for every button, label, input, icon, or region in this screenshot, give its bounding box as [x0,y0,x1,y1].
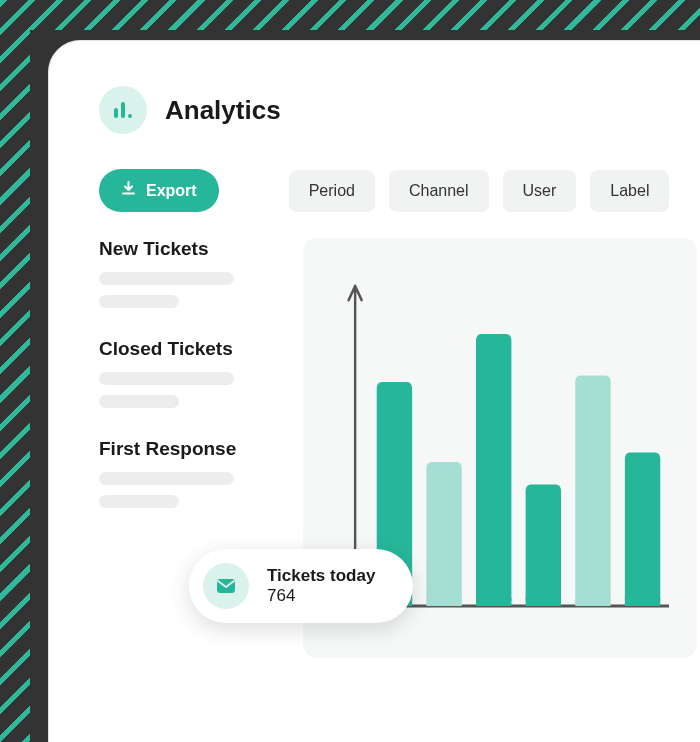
placeholder-line [99,472,234,485]
placeholder-line [99,295,179,308]
page-title: Analytics [165,95,281,126]
svg-rect-10 [526,484,561,606]
stat-first-response: First Response [99,438,279,508]
filter-row: Period Channel User Label [289,170,670,212]
stat-closed-tickets: Closed Tickets [99,338,279,408]
svg-rect-6 [426,462,461,606]
svg-rect-15 [625,598,660,606]
svg-rect-0 [114,108,118,118]
placeholder-line [99,395,179,408]
stat-title: First Response [99,438,279,460]
analytics-window: Analytics Export Period Channel User Lab… [48,40,700,742]
placeholder-line [99,372,234,385]
svg-rect-7 [426,598,461,606]
export-button[interactable]: Export [99,169,219,212]
filter-period[interactable]: Period [289,170,375,212]
download-icon [121,181,136,200]
svg-rect-1 [121,102,125,118]
stat-title: New Tickets [99,238,279,260]
mail-icon [203,563,249,609]
export-button-label: Export [146,182,197,200]
svg-rect-14 [625,452,660,606]
tooltip-value: 764 [267,586,375,606]
svg-rect-8 [476,334,511,606]
svg-rect-9 [476,598,511,606]
placeholder-line [99,495,179,508]
filter-user[interactable]: User [503,170,577,212]
svg-rect-11 [526,598,561,606]
stat-new-tickets: New Tickets [99,238,279,308]
analytics-icon [99,86,147,134]
stat-title: Closed Tickets [99,338,279,360]
filter-channel[interactable]: Channel [389,170,489,212]
svg-rect-12 [575,376,610,606]
filter-label[interactable]: Label [590,170,669,212]
svg-rect-13 [575,598,610,606]
svg-point-2 [128,114,132,118]
header: Analytics [99,86,697,134]
tooltip-card: Tickets today 764 [189,549,413,623]
tooltip-label: Tickets today [267,566,375,586]
placeholder-line [99,272,234,285]
